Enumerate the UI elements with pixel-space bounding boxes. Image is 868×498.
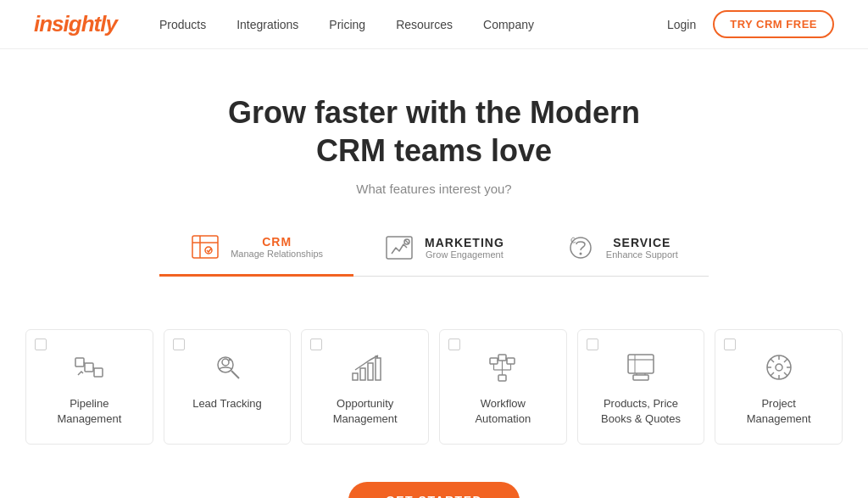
- try-crm-button[interactable]: TRY CRM FREE: [713, 10, 834, 38]
- card-checkbox-products: [587, 339, 598, 350]
- card-project[interactable]: ProjectManagement: [715, 329, 843, 445]
- svg-rect-24: [490, 358, 498, 364]
- card-workflow[interactable]: WorkflowAutomation: [439, 329, 567, 445]
- tab-service-sub: Enhance Support: [606, 249, 678, 260]
- hero-subtitle: What features interest you?: [34, 182, 834, 196]
- svg-rect-35: [628, 355, 654, 373]
- nav-right: Login TRY CRM FREE: [667, 10, 834, 38]
- nav-company[interactable]: Company: [483, 18, 534, 31]
- cards-grid: PipelineManagement Lead Tracking: [25, 329, 843, 445]
- svg-line-13: [93, 367, 94, 368]
- opportunity-icon: [348, 350, 382, 384]
- svg-line-50: [771, 372, 774, 376]
- pipeline-icon: [72, 350, 106, 384]
- svg-rect-0: [192, 236, 218, 258]
- svg-rect-27: [498, 375, 506, 381]
- card-lead-label: Lead Tracking: [192, 396, 262, 411]
- svg-point-16: [222, 359, 229, 366]
- tab-service-title: SERVICE: [606, 236, 678, 249]
- card-products-label: Products, PriceBooks & Quotes: [601, 396, 681, 427]
- card-workflow-label: WorkflowAutomation: [475, 396, 531, 427]
- card-project-label: ProjectManagement: [747, 396, 811, 427]
- svg-rect-20: [360, 368, 365, 380]
- hero-heading: Grow faster with the Modern CRM teams lo…: [34, 93, 834, 170]
- navbar: insightly Products Integrations Pricing …: [0, 0, 868, 49]
- card-pipeline[interactable]: PipelineManagement: [25, 329, 153, 445]
- marketing-icon: [384, 232, 415, 263]
- card-checkbox-workflow: [448, 339, 460, 350]
- nav-integrations[interactable]: Integrations: [236, 18, 298, 31]
- svg-line-12: [84, 362, 85, 363]
- svg-rect-38: [633, 375, 648, 380]
- tab-crm-title: CRM: [231, 235, 323, 249]
- svg-rect-19: [353, 373, 358, 380]
- card-opportunity-label: OpportunityManagement: [333, 396, 398, 427]
- svg-rect-10: [85, 363, 93, 372]
- card-lead-tracking[interactable]: Lead Tracking: [164, 329, 292, 445]
- feature-cards-section: PipelineManagement Lead Tracking: [0, 329, 868, 462]
- project-icon: [762, 350, 796, 384]
- crm-icon: [190, 232, 220, 262]
- tab-marketing-sub: Grow Engagement: [425, 249, 504, 260]
- feature-tabs: CRM Manage Relationships MARKETING Grow …: [159, 223, 709, 277]
- svg-line-48: [784, 372, 787, 376]
- svg-line-49: [784, 359, 787, 362]
- card-opportunity[interactable]: OpportunityManagement: [301, 329, 429, 445]
- logo[interactable]: insightly: [34, 11, 117, 37]
- tab-service[interactable]: SERVICE Enhance Support: [535, 223, 709, 276]
- lead-tracking-icon: [210, 350, 244, 384]
- svg-rect-9: [75, 358, 84, 367]
- login-link[interactable]: Login: [667, 18, 696, 31]
- workflow-icon: [486, 350, 520, 384]
- svg-line-47: [771, 359, 774, 362]
- svg-rect-25: [498, 355, 506, 361]
- card-pipeline-label: PipelineManagement: [57, 396, 121, 427]
- get-started-button[interactable]: GET STARTED: [348, 482, 520, 498]
- hero-section: Grow faster with the Modern CRM teams lo…: [0, 49, 868, 329]
- card-checkbox-opportunity: [310, 339, 322, 350]
- nav-products[interactable]: Products: [159, 18, 206, 31]
- service-icon: [565, 232, 596, 263]
- tab-crm-sub: Manage Relationships: [231, 249, 323, 259]
- cta-section: GET STARTED: [0, 462, 868, 498]
- tab-crm[interactable]: CRM Manage Relationships: [159, 223, 353, 277]
- svg-rect-21: [368, 363, 373, 380]
- tab-marketing[interactable]: MARKETING Grow Engagement: [353, 223, 535, 276]
- svg-rect-11: [94, 368, 103, 377]
- nav-links: Products Integrations Pricing Resources …: [159, 18, 667, 31]
- card-checkbox-lead: [173, 339, 185, 350]
- svg-line-6: [405, 240, 409, 243]
- tab-marketing-title: MARKETING: [425, 236, 504, 249]
- svg-line-15: [231, 371, 239, 378]
- card-products-price[interactable]: Products, PriceBooks & Quotes: [577, 329, 705, 445]
- card-checkbox-project: [724, 339, 736, 350]
- card-checkbox-pipeline: [35, 339, 47, 350]
- nav-pricing[interactable]: Pricing: [329, 18, 365, 31]
- svg-point-42: [776, 364, 782, 371]
- svg-point-8: [579, 253, 581, 255]
- svg-rect-22: [376, 358, 381, 380]
- nav-resources[interactable]: Resources: [396, 18, 453, 31]
- svg-rect-26: [507, 358, 515, 364]
- products-price-icon: [624, 350, 658, 384]
